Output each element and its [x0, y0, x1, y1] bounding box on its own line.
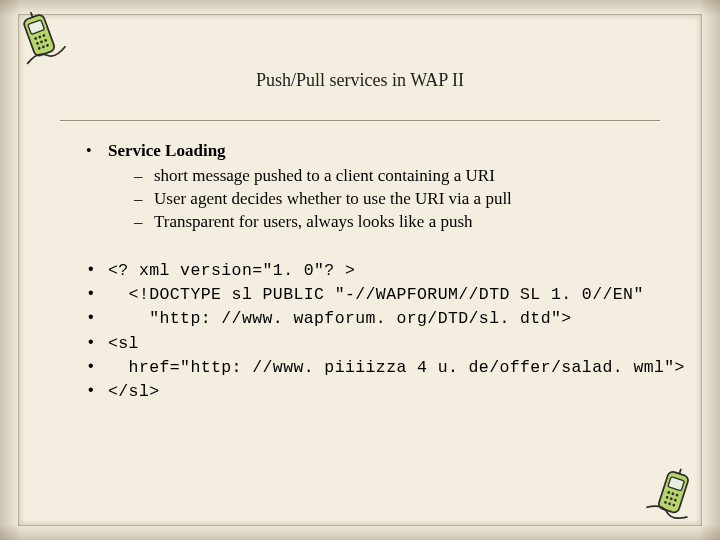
svg-line-11	[30, 11, 32, 18]
slide-title: Push/Pull services in WAP II	[0, 70, 720, 91]
code-line: <!DOCTYPE sl PUBLIC "-//WAPFORUM//DTD SL…	[80, 284, 680, 306]
sub-point: short message pushed to a client contain…	[130, 165, 680, 188]
code-line: href="http: //www. piiiizza 4 u. de/offe…	[80, 357, 680, 379]
code-line: <sl	[80, 333, 680, 355]
code-block: <? xml version="1. 0"? > <!DOCTYPE sl PU…	[80, 260, 680, 404]
svg-line-23	[679, 467, 681, 474]
heading-service-loading: Service Loading	[108, 141, 226, 160]
divider	[60, 120, 660, 121]
code-line: <? xml version="1. 0"? >	[80, 260, 680, 282]
sub-point: User agent decides whether to use the UR…	[130, 188, 680, 211]
code-line: "http: //www. wapforum. org/DTD/sl. dtd"…	[80, 308, 680, 330]
slide: Push/Pull services in WAP II Service Loa…	[0, 0, 720, 540]
code-line: </sl>	[80, 381, 680, 403]
sub-point: Transparent for users, always looks like…	[130, 211, 680, 234]
phone-icon	[639, 461, 710, 532]
bullet-service-loading: Service Loading short message pushed to …	[80, 140, 680, 234]
phone-icon	[6, 2, 78, 74]
slide-body: Service Loading short message pushed to …	[80, 140, 680, 405]
